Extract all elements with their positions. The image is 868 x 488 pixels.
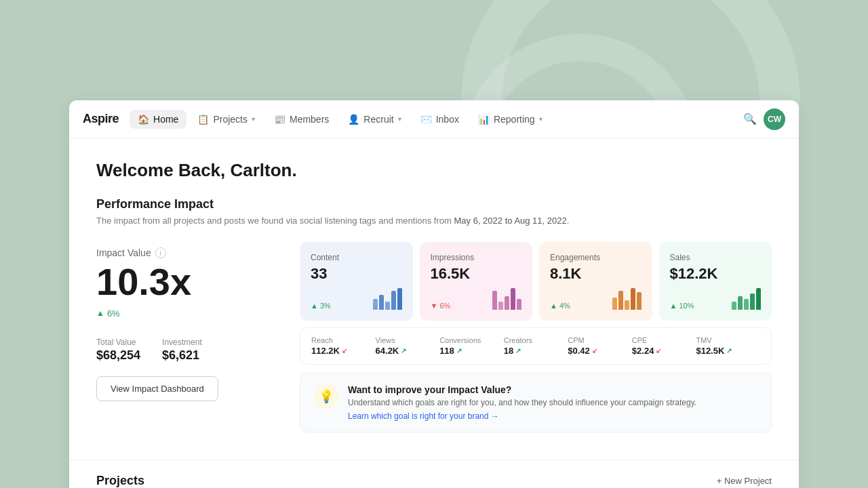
card-value-sales: $12.2K: [670, 265, 762, 283]
projects-icon: 📋: [197, 114, 209, 125]
impact-change-value: 6%: [107, 308, 120, 319]
bar: [517, 299, 521, 310]
impact-label: Impact Value: [96, 247, 151, 258]
nav-reporting[interactable]: 📊 Reporting ▾: [470, 110, 551, 129]
stat-creators: Creators 18↗: [504, 336, 568, 356]
reporting-icon: 📊: [478, 114, 490, 125]
investment-label: Investment: [162, 338, 202, 347]
avatar[interactable]: CW: [764, 108, 785, 130]
nav-reporting-label: Reporting: [494, 114, 535, 125]
performance-title: Performance Impact: [96, 197, 772, 211]
projects-title: Projects: [96, 474, 144, 488]
search-button[interactable]: 🔍: [739, 108, 761, 130]
stat-label-reach: Reach: [311, 336, 376, 344]
stat-label-creators: Creators: [504, 336, 568, 344]
stat-trend-icon-tmv: ↗: [726, 347, 732, 354]
stat-trend-icon-cpe: ↙: [656, 347, 661, 354]
bar: [379, 295, 384, 310]
mini-chart-sales: [732, 288, 761, 310]
stat-value-cpe: $2.24↙: [632, 346, 696, 356]
nav-recruit[interactable]: 👤 Recruit ▾: [340, 110, 409, 129]
card-label-content: Content: [311, 253, 402, 262]
lightbulb-icon: 💡: [314, 384, 338, 409]
bar: [498, 302, 503, 310]
stat-value-views: 64.2K↗: [376, 346, 440, 356]
bar: [373, 299, 378, 310]
card-footer-impressions: ▼ 6%: [431, 288, 522, 310]
stat-conversions: Conversions 118↗: [439, 336, 504, 356]
nav-home[interactable]: 🏠 Home: [130, 110, 186, 129]
card-label-sales: Sales: [670, 253, 762, 262]
card-arrow-icon-content: ▲: [311, 302, 318, 310]
metric-card-engagements: Engagements 8.1K ▲ 4%: [539, 242, 652, 321]
stat-value-reach: 112.2K↙: [311, 346, 376, 356]
bar: [397, 288, 402, 310]
nav-inbox[interactable]: ✉️ Inbox: [412, 110, 467, 129]
stat-trend-icon-cpm: ↙: [592, 347, 597, 354]
main-container: Aspire 🏠 Home 📋 Projects ▾ 📰 Members 👤 R…: [69, 100, 799, 488]
cta-link[interactable]: Learn which goal is right for your brand…: [348, 411, 696, 421]
card-arrow-icon-engagements: ▲: [550, 302, 557, 310]
stat-label-views: Views: [376, 336, 440, 344]
stat-trend-icon-creators: ↗: [515, 347, 521, 354]
bar: [391, 291, 396, 310]
bar: [744, 299, 749, 310]
card-value-impressions: 16.5K: [431, 265, 522, 283]
stat-cpm: CPM $0.42↙: [568, 336, 632, 356]
stat-label-cpm: CPM: [568, 336, 632, 344]
bar: [612, 298, 617, 310]
bar: [738, 296, 743, 310]
impact-arrow-up-icon: ▲: [96, 308, 104, 318]
mini-chart-engagements: [612, 288, 642, 310]
stat-label-cpe: CPE: [632, 336, 696, 344]
nav-members-label: Members: [290, 114, 329, 125]
view-impact-dashboard-button[interactable]: View Impact Dashboard: [96, 376, 218, 401]
new-project-button[interactable]: + New Project: [717, 476, 772, 486]
investment-item: Investment $6,621: [162, 338, 202, 363]
cta-content: Want to improve your Impact Value? Under…: [348, 384, 696, 421]
navbar: Aspire 🏠 Home 📋 Projects ▾ 📰 Members 👤 R…: [69, 100, 799, 138]
totals-row: Total Value $68,254 Investment $6,621: [96, 338, 202, 363]
reporting-chevron-icon: ▾: [539, 115, 542, 123]
nav-members[interactable]: 📰 Members: [266, 110, 337, 129]
mini-chart-impressions: [492, 288, 521, 310]
stat-tmv: TMV $12.5K↗: [696, 336, 760, 356]
welcome-greeting: Welcome Back, Carlton.: [96, 160, 772, 181]
total-value: $68,254: [96, 348, 140, 363]
stat-views: Views 64.2K↗: [376, 336, 440, 356]
bar: [505, 296, 509, 310]
cta-card: 💡 Want to improve your Impact Value? Und…: [300, 373, 772, 432]
nav-projects[interactable]: 📋 Projects ▾: [189, 110, 263, 129]
bar: [618, 291, 623, 310]
impact-label-row: Impact Value i: [96, 247, 166, 258]
stat-value-tmv: $12.5K↗: [696, 346, 760, 356]
home-icon: 🏠: [138, 114, 149, 125]
recruit-chevron-icon: ▾: [398, 115, 401, 123]
metric-card-sales: Sales $12.2K ▲ 10%: [659, 242, 772, 321]
mini-chart-content: [373, 288, 402, 310]
impact-value: 10.3x: [96, 261, 191, 303]
metric-cards-grid: Content 33 ▲ 3% Impressions 16.5K ▼ 6% E…: [300, 242, 772, 321]
stat-value-creators: 18↗: [504, 346, 568, 356]
bar: [511, 288, 515, 310]
stat-trend-icon-conversions: ↗: [456, 347, 462, 354]
cta-description: Understand which goals are right for you…: [348, 398, 696, 407]
card-value-engagements: 8.1K: [550, 265, 642, 283]
date-range: May 6, 2022 to Aug 11, 2022: [454, 216, 566, 226]
stat-trend-icon-views: ↗: [401, 347, 406, 354]
bar: [750, 293, 755, 310]
stat-cpe: CPE $2.24↙: [632, 336, 696, 356]
nav-recruit-label: Recruit: [363, 114, 393, 125]
card-footer-sales: ▲ 10%: [670, 288, 762, 310]
projects-section: Projects + New Project: [69, 460, 799, 488]
metric-card-impressions: Impressions 16.5K ▼ 6%: [420, 242, 533, 321]
members-icon: 📰: [274, 114, 285, 125]
card-footer-engagements: ▲ 4%: [550, 288, 642, 310]
info-icon[interactable]: i: [155, 247, 166, 258]
inbox-icon: ✉️: [420, 114, 432, 125]
projects-chevron-icon: ▾: [252, 115, 255, 123]
bar: [492, 291, 497, 310]
bar: [756, 288, 761, 310]
bar: [631, 288, 635, 310]
investment-value: $6,621: [162, 348, 202, 363]
